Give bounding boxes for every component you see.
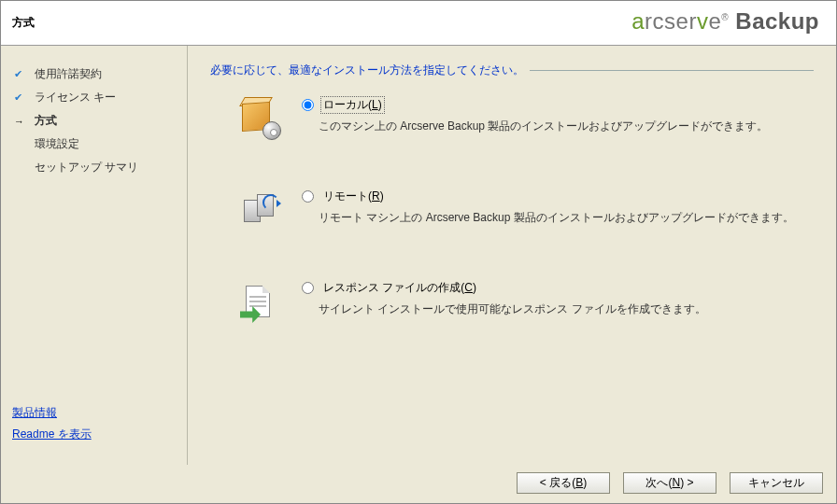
servers-sync-icon	[238, 189, 283, 233]
nav-item-license-key: ✔ ライセンス キー	[12, 86, 176, 109]
nav-label: セットアップ サマリ	[35, 160, 138, 175]
brand-logo: arcserve® Backup	[631, 8, 819, 35]
wizard-nav: ✔ 使用許諾契約 ✔ ライセンス キー → 方式 環境設定 セットアップ	[12, 63, 176, 405]
instruction-row: 必要に応じて、最適なインストール方法を指定してください。	[210, 63, 814, 78]
nav-item-method: → 方式	[12, 109, 176, 133]
box-cd-icon	[238, 97, 283, 142]
next-button[interactable]: 次へ(N) >	[623, 472, 716, 494]
option-remote-radio[interactable]	[302, 190, 314, 203]
option-remote-radio-row[interactable]: リモート(R)	[302, 189, 814, 204]
nav-item-configuration: 環境設定	[12, 133, 176, 156]
nav-label: 環境設定	[35, 136, 79, 152]
sidebar: ✔ 使用許諾契約 ✔ ライセンス キー → 方式 環境設定 セットアップ	[1, 46, 188, 465]
main-panel: 必要に応じて、最適なインストール方法を指定してください。	[188, 46, 836, 465]
option-response-desc: サイレント インストールで使用可能なレスポンス ファイルを作成できます。	[302, 301, 814, 317]
readme-link[interactable]: Readme を表示	[12, 427, 176, 442]
option-remote-label: リモート(R)	[321, 189, 386, 204]
nav-item-license-agreement: ✔ 使用許諾契約	[12, 63, 176, 86]
option-response-radio[interactable]	[302, 282, 314, 294]
option-response-file: レスポンス ファイルの作成(C) サイレント インストールで使用可能なレスポンス…	[238, 280, 814, 325]
instruction-text: 必要に応じて、最適なインストール方法を指定してください。	[210, 63, 524, 78]
body: ✔ 使用許諾契約 ✔ ライセンス キー → 方式 環境設定 セットアップ	[1, 46, 836, 465]
option-local-label: ローカル(L)	[321, 97, 384, 113]
option-response-radio-row[interactable]: レスポンス ファイルの作成(C)	[302, 280, 814, 296]
nav-label: 使用許諾契約	[35, 66, 102, 82]
nav-item-summary: セットアップ サマリ	[12, 156, 176, 179]
installer-window: 方式 arcserve® Backup ✔ 使用許諾契約 ✔ ライセンス キー …	[0, 0, 837, 504]
option-remote: リモート(R) リモート マシン上の Arcserve Backup 製品のイン…	[238, 189, 814, 233]
option-response-label: レスポンス ファイルの作成(C)	[321, 280, 478, 296]
option-local-desc: このマシン上の Arcserve Backup 製品のインストールおよびアップグ…	[302, 119, 814, 134]
check-icon: ✔	[14, 91, 27, 104]
install-options: ローカル(L) このマシン上の Arcserve Backup 製品のインストー…	[210, 97, 814, 325]
document-export-icon	[238, 280, 283, 325]
option-local-radio-row[interactable]: ローカル(L)	[302, 97, 814, 113]
back-button[interactable]: < 戻る(B)	[517, 472, 610, 494]
arrow-right-icon: →	[14, 116, 27, 127]
header: 方式 arcserve® Backup	[1, 1, 836, 46]
product-info-link[interactable]: 製品情報	[12, 405, 176, 421]
cancel-button[interactable]: キャンセル	[730, 472, 823, 494]
footer: < 戻る(B) 次へ(N) > キャンセル	[1, 465, 836, 503]
sidebar-links: 製品情報 Readme を表示	[12, 405, 176, 448]
option-local-radio[interactable]	[302, 99, 314, 111]
option-remote-desc: リモート マシン上の Arcserve Backup 製品のインストールおよびア…	[302, 210, 814, 226]
nav-label: 方式	[35, 113, 57, 129]
nav-label: ライセンス キー	[35, 90, 116, 105]
divider	[530, 70, 814, 71]
check-icon: ✔	[14, 68, 27, 80]
page-title: 方式	[1, 15, 35, 31]
option-local: ローカル(L) このマシン上の Arcserve Backup 製品のインストー…	[238, 97, 814, 142]
